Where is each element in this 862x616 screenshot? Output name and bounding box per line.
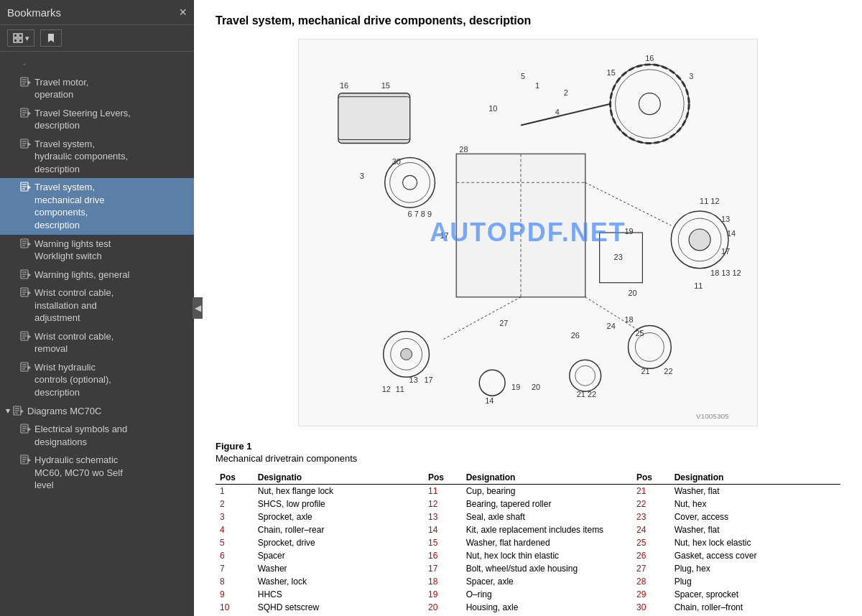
bookmark-icon-button[interactable]: [40, 29, 62, 47]
bookmark-doc-icon: [20, 108, 32, 118]
part-designation: Nut, hex lock elastic: [670, 536, 840, 549]
part-designation: SHCS, low profile: [254, 498, 424, 510]
svg-text:26: 26: [571, 331, 580, 340]
bookmark-doc-icon: [20, 454, 32, 465]
bookmark-electrical-symbols[interactable]: Electrical symbols anddesignations: [0, 420, 194, 451]
svg-text:20: 20: [628, 289, 636, 297]
part-pos: 9: [216, 588, 254, 601]
part-designation: Plug: [670, 575, 840, 588]
part-pos: 1: [216, 485, 254, 498]
svg-text:3: 3: [360, 172, 364, 180]
part-pos: 19: [424, 588, 462, 601]
svg-text:28: 28: [459, 145, 468, 154]
svg-rect-2: [14, 39, 17, 42]
svg-text:12: 12: [382, 385, 391, 393]
svg-text:22: 22: [664, 367, 672, 375]
part-pos: 18: [424, 575, 462, 588]
bookmark-wrist-removal[interactable]: Wrist control cable,removal: [0, 327, 194, 358]
bookmark-travel-mechanical[interactable]: Travel system,mechanical drivecomponents…: [0, 178, 194, 234]
part-designation: O–ring: [462, 588, 632, 601]
sidebar-toolbar: ▾: [0, 25, 194, 52]
bookmark-doc-icon: [20, 139, 32, 149]
page-title: Travel system, mechanical drive componen…: [216, 14, 840, 27]
part-pos: 5: [216, 536, 254, 549]
table-row: 9HHCS19O–ring29Spacer, sprocket: [216, 588, 840, 601]
svg-text:3: 3: [689, 72, 693, 80]
sidebar-title: Bookmarks: [7, 6, 61, 19]
part-pos: 20: [424, 601, 462, 614]
svg-text:16: 16: [645, 54, 654, 62]
bookmark-warning-lights-gen[interactable]: Warning lights, general: [0, 266, 194, 284]
svg-text:18 13 12: 18 13 12: [710, 269, 741, 277]
list-item[interactable]: ·: [0, 55, 194, 73]
part-designation: Plug, hex: [670, 562, 840, 575]
svg-text:15: 15: [381, 81, 390, 90]
table-row: 2SHCS, low profile12Bearing, tapered rol…: [216, 498, 840, 510]
bookmark-travel-motor[interactable]: Travel motor,operation: [0, 73, 194, 104]
part-designation: Chain, roller–rear: [254, 523, 424, 536]
bookmark-doc-icon: [20, 362, 32, 372]
close-button[interactable]: ×: [179, 6, 187, 19]
svg-text:11 12: 11 12: [700, 197, 719, 205]
bookmark-doc-icon: [20, 238, 32, 248]
svg-text:14: 14: [727, 229, 736, 238]
svg-text:15: 15: [607, 68, 616, 77]
svg-text:23: 23: [614, 253, 623, 261]
svg-text:2: 2: [564, 88, 568, 97]
chevron-down-icon: ▾: [6, 405, 10, 416]
svg-text:17: 17: [425, 375, 433, 384]
part-pos: 28: [632, 575, 670, 588]
watermark: AUTOPDF.NET: [430, 218, 626, 248]
table-row: 6Spacer16Nut, hex lock thin elastic26Gas…: [216, 549, 840, 562]
part-designation: Sprocket, axle: [254, 510, 424, 523]
diagram-image: AUTOPDF.NET 16 15 3 2: [298, 39, 758, 426]
part-pos: 3: [216, 510, 254, 523]
svg-point-97: [401, 348, 412, 360]
svg-text:4: 4: [555, 108, 560, 116]
table-row: 3Sprocket, axle13Seal, axle shaft23Cover…: [216, 510, 840, 523]
svg-text:24: 24: [607, 322, 616, 330]
part-pos: 22: [632, 498, 670, 510]
svg-rect-0: [14, 34, 17, 37]
bookmark-doc-icon: [20, 287, 32, 297]
bookmark-diagrams-mc70c[interactable]: ▾ Diagrams MC70C: [0, 402, 194, 421]
part-designation: Washer, lock: [254, 575, 424, 588]
bookmark-hydraulic-schematic[interactable]: Hydraulic schematicMC60, MC70 wo Selflev…: [0, 451, 194, 495]
table-row: 10SQHD setscrew20Housing, axle30Chain, r…: [216, 601, 840, 614]
part-pos: 12: [424, 498, 462, 510]
svg-text:14: 14: [485, 396, 493, 405]
parts-tbody: 1Nut, hex flange lock11Cup, bearing21Was…: [216, 485, 840, 615]
part-designation: Housing, axle: [462, 601, 632, 614]
expand-button[interactable]: ▾: [7, 29, 34, 47]
part-designation: Gasket, access cover: [670, 549, 840, 562]
part-designation: Seal, axle shaft: [462, 510, 632, 523]
part-pos: 11: [424, 485, 462, 498]
part-pos: 27: [632, 562, 670, 575]
svg-text:V1005305: V1005305: [696, 412, 729, 420]
part-pos: 16: [424, 549, 462, 562]
bookmark-list: · Travel motor,operation Travel Steeri: [0, 52, 194, 616]
bookmark-warning-lights-test[interactable]: Warning lights testWorklight switch: [0, 235, 194, 266]
part-pos: 23: [632, 510, 670, 523]
bookmark-travel-hydraulic[interactable]: Travel system,hydraulic components,descr…: [0, 135, 194, 179]
table-row: 8Washer, lock18Spacer, axle28Plug: [216, 575, 840, 588]
part-designation: SQHD setscrew: [254, 601, 424, 614]
bookmark-doc-icon: [20, 331, 32, 341]
part-designation: Kit, axle replacement includes items: [462, 523, 632, 536]
sidebar-collapse-button[interactable]: ◀: [193, 297, 203, 319]
svg-text:5: 5: [521, 72, 525, 80]
part-designation: Washer: [254, 562, 424, 575]
parts-table: Pos Designatio Pos Designation Pos Desig…: [216, 471, 840, 614]
bookmark-wrist-install[interactable]: Wrist control cable,installation andadju…: [0, 284, 194, 327]
bookmark-wrist-hydraulic[interactable]: Wrist hydrauliccontrols (optional),descr…: [0, 358, 194, 402]
part-pos: 17: [424, 562, 462, 575]
svg-text:13: 13: [409, 375, 418, 384]
svg-text:20: 20: [532, 383, 540, 391]
figure-subcaption: Mechanical drivetrain components: [216, 453, 840, 464]
bookmark-travel-steering[interactable]: Travel Steering Levers,description: [0, 104, 194, 135]
table-header-des1: Designatio: [254, 471, 424, 485]
svg-text:21: 21: [641, 367, 649, 375]
part-designation: Bolt, wheel/stud axle housing: [462, 562, 632, 575]
part-pos: 8: [216, 575, 254, 588]
part-designation: Nut, hex lock thin elastic: [462, 549, 632, 562]
